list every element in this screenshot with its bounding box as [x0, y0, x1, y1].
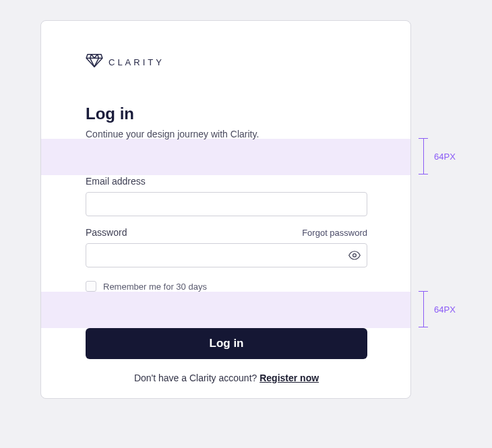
footer-text: Don't have a Clarity account? [134, 373, 259, 383]
page-title: Log in [86, 104, 134, 123]
email-label: Email address [86, 176, 367, 187]
register-prompt: Don't have a Clarity account? Register n… [86, 373, 367, 383]
login-card: CLARITY Log in Continue your design jour… [40, 20, 411, 399]
email-input[interactable] [86, 192, 367, 216]
password-group: Password Forgot password [86, 227, 367, 267]
svg-point-0 [353, 254, 357, 257]
remember-checkbox[interactable] [86, 281, 96, 292]
show-password-icon[interactable] [348, 251, 361, 260]
remember-group: Remember me for 30 days [86, 281, 367, 292]
login-button[interactable]: Log in [86, 328, 367, 359]
submit-group: Log in Don't have a Clarity account? Reg… [86, 328, 367, 383]
brand-logo: CLARITY [86, 53, 164, 71]
diamond-icon [86, 53, 103, 71]
brand-name: CLARITY [109, 57, 164, 67]
password-input[interactable] [86, 243, 367, 267]
email-group: Email address [86, 176, 367, 216]
register-link[interactable]: Register now [259, 373, 319, 383]
password-label: Password [86, 227, 127, 238]
spacing-label-top: 64PX [434, 152, 456, 162]
spacing-label-bottom: 64PX [434, 305, 456, 315]
page-subtitle: Continue your design journey with Clarit… [86, 129, 259, 139]
remember-label: Remember me for 30 days [103, 282, 207, 292]
forgot-password-link[interactable]: Forgot password [302, 228, 367, 238]
